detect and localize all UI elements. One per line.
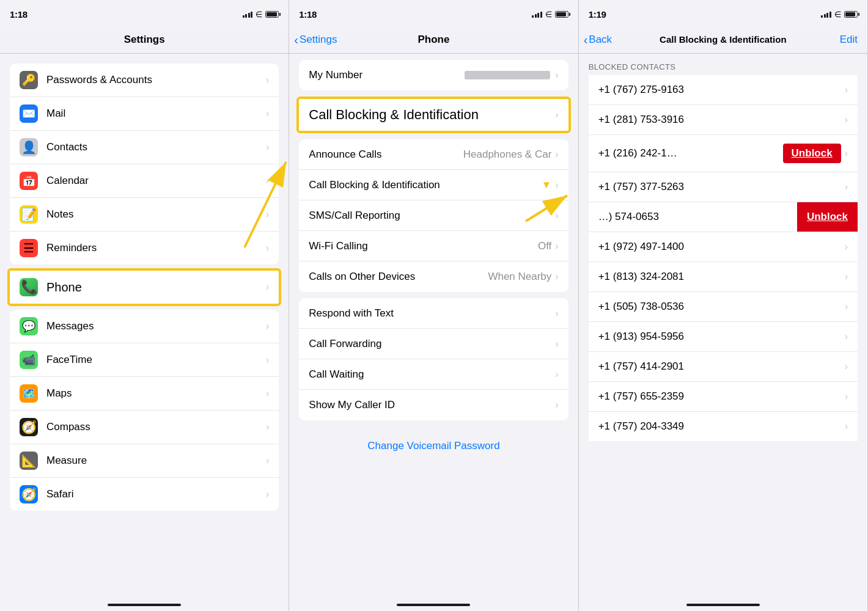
call-blocking-panel: 1:19 ∈ ‹ Back Call Blocking & Identifica… bbox=[579, 0, 868, 611]
time-3: 1:19 bbox=[589, 9, 606, 20]
chevron-icon: › bbox=[266, 243, 269, 254]
signal-icon bbox=[243, 10, 253, 18]
blocked-item-4[interactable]: …) 574-0653 › Unblock bbox=[589, 202, 858, 232]
chevron-icon: › bbox=[555, 369, 558, 380]
status-bar-2: 1:18 ∈ bbox=[289, 0, 578, 27]
chevron-icon: › bbox=[555, 70, 558, 81]
chevron-icon: › bbox=[555, 210, 558, 221]
settings-item-facetime[interactable]: 📹 FaceTime › bbox=[10, 343, 279, 377]
back-chevron-icon: ‹ bbox=[294, 34, 298, 46]
phone-item-announce-calls[interactable]: Announce Calls Headphones & Car › bbox=[299, 139, 568, 170]
settings-item-compass[interactable]: 🧭 Compass › bbox=[10, 411, 279, 444]
passwords-label: Passwords & Accounts bbox=[46, 74, 266, 86]
phone-highlight-wrapper: 📞 Phone › bbox=[0, 268, 289, 306]
chevron-icon: › bbox=[266, 489, 269, 500]
back-label-3: Back bbox=[589, 34, 612, 46]
phone-app-icon: 📞 bbox=[20, 278, 38, 296]
blocked-item-3[interactable]: +1 (757) 377-5263 › bbox=[589, 172, 858, 202]
phone-item-sms-reporting[interactable]: SMS/Call Reporting › bbox=[299, 200, 568, 231]
status-bar-3: 1:19 ∈ bbox=[579, 0, 867, 27]
chevron-icon: › bbox=[845, 148, 848, 159]
phone-item-respond-text[interactable]: Respond with Text › bbox=[299, 298, 568, 329]
settings-item-safari[interactable]: 🧭 Safari › bbox=[10, 478, 279, 511]
wifi-icon-3: ∈ bbox=[834, 10, 841, 19]
blocked-item-11[interactable]: +1 (757) 204-3349 › bbox=[589, 412, 858, 441]
blocked-number-7: +1 (505) 738-0536 bbox=[598, 301, 845, 313]
respond-text-label: Respond with Text bbox=[309, 307, 555, 320]
home-indicator-3 bbox=[579, 599, 867, 611]
phone-item-wifi-calling[interactable]: Wi-Fi Calling Off › bbox=[299, 231, 568, 262]
phone-item-calls-other[interactable]: Calls on Other Devices When Nearby › bbox=[299, 262, 568, 292]
safari-icon: 🧭 bbox=[20, 485, 38, 503]
settings-group-bottom: 💬 Messages › 📹 FaceTime › 🗺️ Maps › 🧭 Co… bbox=[10, 310, 279, 511]
back-to-phone[interactable]: ‹ Back bbox=[584, 34, 612, 46]
settings-item-messages[interactable]: 💬 Messages › bbox=[10, 310, 279, 343]
chevron-icon: › bbox=[555, 400, 558, 411]
blocked-contacts-header: BLOCKED CONTACTS bbox=[579, 54, 867, 75]
edit-button[interactable]: Edit bbox=[840, 34, 858, 46]
time-2: 1:18 bbox=[299, 9, 317, 20]
chevron-icon: › bbox=[845, 391, 848, 402]
blocked-item-1[interactable]: +1 (281) 753-3916 › bbox=[589, 105, 858, 135]
blocked-item-0[interactable]: +1 (767) 275-9163 › bbox=[589, 75, 858, 105]
settings-nav-header: Settings bbox=[0, 27, 289, 54]
calendar-label: Calendar bbox=[46, 175, 266, 187]
phone-title: Phone bbox=[418, 34, 450, 46]
change-voicemail-link[interactable]: Change Voicemail Password bbox=[289, 430, 578, 462]
phone-item-call-blocking-2[interactable]: Call Blocking & Identification ▼ › bbox=[299, 170, 568, 200]
phone-item-call-waiting[interactable]: Call Waiting › bbox=[299, 359, 568, 390]
phone-item-caller-id[interactable]: Show My Caller ID › bbox=[299, 390, 568, 420]
settings-item-mail[interactable]: ✉️ Mail › bbox=[10, 97, 279, 131]
blocked-item-8[interactable]: +1 (913) 954-5956 › bbox=[589, 322, 858, 352]
announce-calls-value: Headphones & Car bbox=[463, 148, 552, 161]
phone-item-call-forwarding[interactable]: Call Forwarding › bbox=[299, 329, 568, 359]
blocked-number-8: +1 (913) 954-5956 bbox=[598, 331, 845, 343]
settings-item-phone[interactable]: 📞 Phone › bbox=[10, 271, 279, 304]
phone-item-my-number[interactable]: My Number › bbox=[299, 60, 568, 90]
status-icons-1: ∈ bbox=[243, 10, 279, 19]
chevron-icon: › bbox=[845, 301, 848, 312]
settings-item-measure[interactable]: 📐 Measure › bbox=[10, 444, 279, 478]
settings-item-maps[interactable]: 🗺️ Maps › bbox=[10, 377, 279, 411]
calls-other-label: Calls on Other Devices bbox=[309, 271, 488, 283]
sms-reporting-label: SMS/Call Reporting bbox=[309, 210, 555, 222]
settings-item-calendar[interactable]: 📅 Calendar › bbox=[10, 164, 279, 198]
battery-icon-3 bbox=[844, 11, 858, 18]
mail-label: Mail bbox=[46, 108, 266, 120]
reminders-label: Reminders bbox=[46, 242, 266, 254]
blocked-item-6[interactable]: +1 (813) 324-2081 › bbox=[589, 262, 858, 292]
blocked-item-7[interactable]: +1 (505) 738-0536 › bbox=[589, 292, 858, 322]
blocked-number-0: +1 (767) 275-9163 bbox=[598, 84, 845, 96]
calls-other-value: When Nearby bbox=[488, 271, 551, 283]
reminders-icon: ☰ bbox=[20, 239, 38, 257]
blocked-number-2: +1 (216) 242-1… bbox=[598, 147, 783, 159]
settings-item-passwords[interactable]: 🔑 Passwords & Accounts › bbox=[10, 64, 279, 97]
chevron-icon: › bbox=[266, 75, 269, 86]
battery-icon bbox=[265, 11, 279, 18]
blocked-item-10[interactable]: +1 (757) 655-2359 › bbox=[589, 382, 858, 412]
chevron-icon: › bbox=[555, 241, 558, 252]
settings-item-reminders[interactable]: ☰ Reminders › bbox=[10, 232, 279, 265]
wifi-icon-2: ∈ bbox=[545, 10, 552, 19]
unblock-button-2[interactable]: Unblock bbox=[783, 144, 841, 163]
blurred-number bbox=[465, 71, 550, 79]
maps-label: Maps bbox=[46, 387, 266, 400]
chevron-icon: › bbox=[266, 142, 269, 153]
my-number-label: My Number bbox=[309, 69, 462, 81]
settings-item-contacts[interactable]: 👤 Contacts › bbox=[10, 131, 279, 164]
unblock-button-4[interactable]: Unblock bbox=[797, 202, 858, 232]
chevron-icon: › bbox=[266, 455, 269, 466]
phone-item-call-blocking-highlighted[interactable]: Call Blocking & Identification › bbox=[299, 99, 568, 131]
blocked-item-9[interactable]: +1 (757) 414-2901 › bbox=[589, 352, 858, 382]
battery-icon-2 bbox=[555, 11, 568, 18]
chevron-icon: › bbox=[555, 338, 558, 349]
call-blocking-title: Call Blocking & Identification bbox=[660, 34, 787, 45]
blocked-item-2[interactable]: +1 (216) 242-1… Unblock › bbox=[589, 135, 858, 172]
passwords-icon: 🔑 bbox=[20, 71, 38, 89]
phone-group-3: Respond with Text › Call Forwarding › Ca… bbox=[299, 298, 568, 420]
blocked-item-5[interactable]: +1 (972) 497-1400 › bbox=[589, 232, 858, 262]
settings-item-notes[interactable]: 📝 Notes › bbox=[10, 198, 279, 232]
back-to-settings[interactable]: ‹ Settings bbox=[294, 34, 337, 46]
blocked-contacts-group: +1 (767) 275-9163 › +1 (281) 753-3916 › … bbox=[589, 75, 858, 441]
notes-label: Notes bbox=[46, 208, 266, 221]
